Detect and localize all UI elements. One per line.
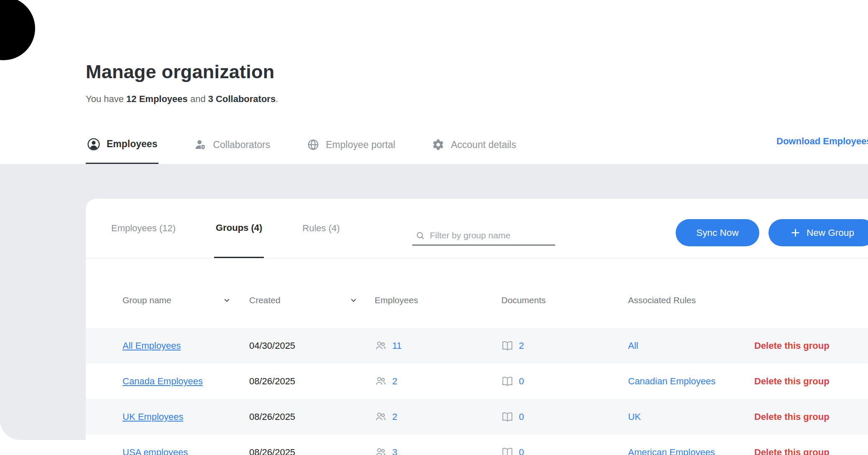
tab-employees-label: Employees — [107, 138, 157, 150]
created-date: 08/26/2025 — [249, 376, 375, 387]
documents-count-cell: 0 — [501, 375, 628, 387]
tab-rules-count[interactable]: Rules (4) — [301, 199, 341, 258]
employees-count-value[interactable]: 3 — [392, 447, 397, 455]
employees-count-cell: 2 — [375, 411, 501, 423]
sync-now-label: Sync Now — [696, 228, 738, 238]
created-date: 04/30/2025 — [249, 340, 375, 351]
subtitle-prefix: You have — [86, 94, 126, 104]
associated-rule-link[interactable]: American Employees — [628, 447, 715, 455]
employees-count-value[interactable]: 2 — [392, 376, 397, 387]
people-icon — [375, 446, 387, 455]
search-icon — [416, 231, 425, 240]
card-header: Employees (12) Groups (4) Rules (4) Sync… — [86, 199, 868, 258]
people-icon — [375, 411, 387, 423]
main-tabs: Employees Collaborators Emp — [86, 125, 517, 164]
delete-group-button[interactable]: Delete this group — [754, 447, 830, 455]
employees-count-value[interactable]: 11 — [392, 340, 402, 351]
globe-icon — [307, 138, 319, 151]
sync-now-button[interactable]: Sync Now — [676, 219, 759, 246]
tab-employees[interactable]: Employees — [86, 125, 158, 164]
documents-count-value[interactable]: 2 — [519, 340, 524, 351]
book-icon — [501, 446, 513, 455]
col-documents: Documents — [501, 295, 628, 305]
documents-count-cell: 0 — [501, 411, 628, 423]
webcam-bubble — [0, 0, 35, 60]
book-icon — [501, 375, 513, 387]
col-employees: Employees — [375, 295, 501, 305]
page-subtitle: You have 12 Employees and 3 Collaborator… — [86, 94, 278, 105]
group-filter — [412, 229, 555, 245]
table-row: UK Employees 08/26/2025 2 0 — [86, 399, 868, 435]
col-created: Created — [249, 295, 375, 305]
col-associated-rules: Associated Rules — [628, 295, 754, 305]
delete-group-button[interactable]: Delete this group — [754, 340, 830, 351]
subtitle-suffix: . — [276, 94, 278, 104]
table-row: USA employees 08/26/2025 3 0 — [86, 435, 868, 455]
employees-count-cell: 2 — [375, 375, 501, 387]
tab-collaborators-label: Collaborators — [213, 139, 270, 151]
table-row: All Employees 04/30/2025 11 2 — [86, 328, 868, 363]
collaborator-shield-icon — [194, 138, 207, 151]
group-filter-input[interactable] — [430, 230, 554, 240]
associated-rule-link[interactable]: All — [628, 340, 638, 351]
documents-count-value[interactable]: 0 — [519, 412, 524, 422]
book-icon — [501, 411, 513, 423]
tab-employee-portal-label: Employee portal — [326, 139, 395, 151]
group-name-link[interactable]: All Employees — [123, 340, 181, 351]
sort-created-icon[interactable] — [349, 295, 358, 305]
collaborators-count: 3 Collaborators — [208, 94, 276, 104]
plus-icon — [790, 227, 801, 238]
created-date: 08/26/2025 — [249, 447, 375, 455]
groups-card: Employees (12) Groups (4) Rules (4) Sync… — [86, 199, 868, 455]
documents-count-value[interactable]: 0 — [519, 447, 524, 455]
tab-groups-count[interactable]: Groups (4) — [214, 199, 264, 258]
employees-count-value[interactable]: 2 — [392, 412, 397, 422]
manage-organization-page: Manage organization You have 12 Employee… — [0, 0, 868, 455]
tab-account-details-label: Account details — [451, 139, 516, 151]
group-name-link[interactable]: UK Employees — [123, 412, 184, 422]
people-icon — [375, 340, 387, 352]
tab-collaborators[interactable]: Collaborators — [193, 125, 271, 164]
book-icon — [501, 340, 513, 352]
group-name-link[interactable]: USA employees — [123, 447, 188, 455]
table-row: Canada Employees 08/26/2025 2 0 — [86, 363, 868, 399]
sort-group-name-icon[interactable] — [222, 295, 232, 305]
group-name-link[interactable]: Canada Employees — [123, 376, 203, 386]
card-tabs: Employees (12) Groups (4) Rules (4) — [110, 199, 342, 258]
tab-employee-portal[interactable]: Employee portal — [306, 125, 396, 164]
documents-count-value[interactable]: 0 — [519, 376, 524, 387]
new-group-button[interactable]: New Group — [768, 219, 868, 246]
people-icon — [375, 375, 387, 387]
download-employees-link[interactable]: Download Employees — [776, 136, 868, 147]
tab-account-details[interactable]: Account details — [431, 125, 517, 164]
associated-rule-link[interactable]: UK — [628, 412, 641, 422]
employees-count: 12 Employees — [126, 94, 188, 104]
documents-count-cell: 0 — [501, 446, 628, 455]
new-group-label: New Group — [807, 228, 854, 238]
documents-count-cell: 2 — [501, 340, 628, 352]
table-header: Group name Created Employees Documents A… — [86, 258, 868, 328]
col-group-name: Group name — [123, 295, 249, 305]
person-icon — [87, 138, 100, 151]
employees-count-cell: 11 — [375, 340, 501, 352]
delete-group-button[interactable]: Delete this group — [754, 412, 830, 422]
subtitle-middle: and — [188, 94, 208, 104]
tab-employees-count[interactable]: Employees (12) — [110, 199, 177, 258]
employees-count-cell: 3 — [375, 446, 501, 455]
page-title: Manage organization — [86, 61, 274, 83]
created-date: 08/26/2025 — [249, 412, 375, 422]
delete-group-button[interactable]: Delete this group — [754, 376, 830, 386]
gear-icon — [432, 138, 444, 151]
associated-rule-link[interactable]: Canadian Employees — [628, 376, 715, 386]
